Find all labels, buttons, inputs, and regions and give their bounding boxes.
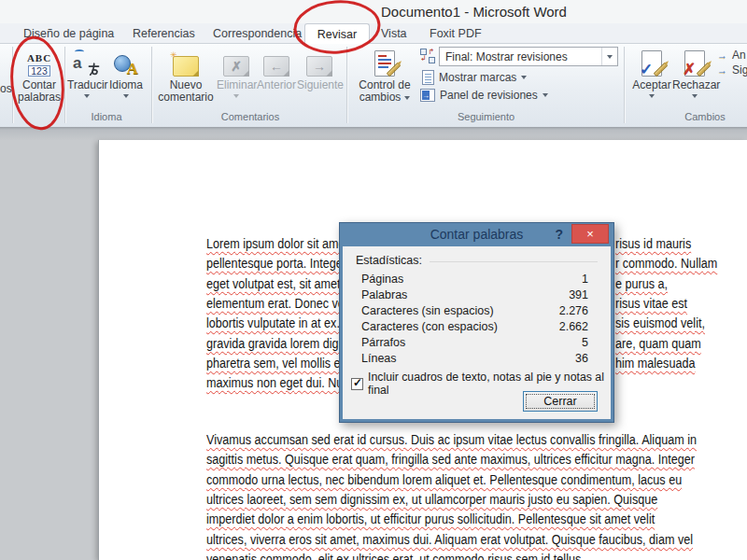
word-count-dialog: Contar palabras ? × Estadísticas: Página… (339, 222, 614, 423)
text-line: e purus a, (615, 276, 668, 291)
text-line: risus id mauris (615, 236, 691, 251)
chevron-down-icon (123, 94, 129, 98)
chevron-down-icon (404, 96, 410, 100)
chevron-down-icon (233, 94, 239, 98)
contar-palabras-button[interactable]: ABC123 Contar palabras (15, 45, 63, 125)
stat-row-parrafos: Párrafos5 (361, 336, 588, 349)
group-label-cambios: Cambios (654, 111, 747, 123)
group-label-seguimiento: Seguimiento (353, 111, 619, 123)
stats-label: Estadísticas: (356, 254, 422, 267)
accept-change-icon: ✓ (641, 50, 662, 77)
text-line: are, quam quam (615, 336, 701, 351)
cerrar-button[interactable]: Cerrar (523, 391, 598, 412)
display-for-review-icon: ↱↲ (420, 49, 435, 63)
text-line: Vivamus accumsan sed erat id cursus. Dui… (206, 432, 697, 447)
text-line: ultrices, viverra eros sit amet, maximus… (206, 532, 693, 547)
new-comment-icon: ✳ (173, 56, 199, 77)
chevron-down-icon (692, 94, 698, 98)
tab-referencias[interactable]: Referencias (133, 23, 195, 44)
text-line: imperdiet dolor a enim lobortis, ut effi… (206, 511, 655, 526)
stat-row-caracteres-sin: Caracteres (sin espacios)2.276 (361, 304, 588, 317)
display-for-review-combobox[interactable]: Final: Mostrar revisiones (439, 47, 618, 66)
text-line: commodo urna lectus, nec bibendum lorem … (206, 472, 682, 487)
panel-revisiones-label: Panel de revisiones (440, 89, 538, 102)
stats-section-header: Estadísticas: (356, 254, 598, 267)
group-divider (12, 47, 13, 123)
help-button[interactable]: ? (555, 227, 563, 242)
traducir-label: Traducir (67, 79, 106, 91)
rechazar-label: Rechazar (672, 79, 717, 91)
group-label-comentarios: Comentarios (157, 111, 344, 123)
eliminar-label: Eliminar (217, 79, 256, 91)
group-label-idioma: Idioma (65, 111, 148, 123)
previous-comment-icon: ← (263, 56, 289, 77)
next-change-icon: → (717, 64, 727, 76)
combo-value: Final: Mostrar revisiones (440, 50, 601, 63)
text-line: sis euismod velit, (615, 315, 705, 330)
previous-change-icon: → (717, 49, 727, 61)
chevron-down-icon (543, 93, 548, 97)
window-title: Documento1 - Microsoft Word (381, 4, 567, 20)
text-line: venenatis commodo, elit ex ultrices erat… (206, 552, 585, 560)
chevron-down-icon (521, 76, 527, 79)
language-globe-icon: A (114, 54, 138, 77)
clipped-sinonimos-button[interactable]: os (0, 82, 12, 95)
aceptar-label: Aceptar (631, 79, 672, 91)
delete-comment-icon: ✗ (223, 56, 249, 77)
mostrar-marcas-button[interactable]: Mostrar marcas (422, 70, 527, 85)
combo-dropdown-button[interactable] (601, 48, 617, 65)
reviewing-pane-icon: → (420, 89, 435, 102)
text-line: r commodo. Nullam (615, 256, 717, 271)
contar-palabras-label: Contar palabras (15, 79, 63, 104)
text-line: him malesuada (615, 356, 695, 371)
tab-diseno-de-pagina[interactable]: Diseño de página (23, 23, 114, 44)
nuevo-comentario-label: Nuevo comentario (157, 79, 215, 104)
titlebar: Documento1 - Microsoft Word (0, 0, 747, 23)
ribbon-tab-bar: Diseño de página Referencias Corresponde… (0, 23, 747, 44)
chevron-down-icon (607, 55, 613, 59)
siguiente-label: Siguiente (297, 79, 342, 91)
text-line: risus vitae est (615, 296, 687, 311)
pencil-icon (697, 63, 712, 77)
previous-change-button[interactable]: → An (717, 49, 746, 62)
idioma-label: Idioma (106, 79, 146, 91)
group-divider (346, 47, 347, 123)
stat-row-lineas: Líneas36 (361, 352, 588, 365)
ribbon-bottom-edge (0, 127, 747, 140)
checkbox-checked-icon[interactable]: ✓ (351, 378, 363, 390)
group-divider (624, 47, 625, 123)
panel-revisiones-button[interactable]: → Panel de revisiones (420, 89, 548, 102)
show-markup-icon (422, 70, 434, 85)
tab-vista[interactable]: Vista (381, 23, 407, 44)
text-line: ultrices laoreet, sem sem dignissim ex, … (206, 492, 657, 507)
chevron-down-icon (649, 94, 655, 98)
pencil-icon (387, 63, 402, 77)
ribbon: os ABC123 Contar palabras a Traducir A I… (0, 44, 747, 127)
next-change-button[interactable]: → Sig (717, 63, 747, 77)
pencil-icon (654, 63, 669, 77)
stat-row-palabras: Palabras391 (361, 288, 588, 301)
translate-icon: a (73, 52, 101, 77)
track-changes-icon (374, 50, 395, 77)
close-icon: × (586, 227, 594, 241)
next-change-label: Sig (732, 63, 747, 77)
anterior-label: Anterior (256, 79, 297, 91)
tab-foxit-pdf[interactable]: Foxit PDF (430, 23, 482, 44)
mostrar-marcas-label: Mostrar marcas (439, 71, 516, 84)
tracking-grid-icon-row: ↱↲ (420, 49, 435, 63)
stat-row-paginas: Páginas1 (361, 273, 588, 286)
word-count-icon: ABC123 (27, 53, 51, 77)
word-window: Documento1 - Microsoft Word Diseño de pá… (0, 0, 747, 560)
group-divider (151, 47, 152, 123)
text-line: sagittis metus. Quisque erat quam, fring… (206, 452, 695, 467)
previous-change-label: An (732, 49, 746, 62)
reject-change-icon: ✗ (684, 50, 705, 77)
tab-correspondencia[interactable]: Correspondencia (213, 23, 302, 44)
tab-revisar[interactable]: Revisar (304, 23, 370, 44)
dialog-titlebar[interactable]: Contar palabras ? × (340, 223, 613, 246)
stat-row-caracteres-con: Caracteres (con espacios)2.662 (361, 320, 588, 333)
close-button[interactable]: × (571, 224, 609, 244)
next-comment-icon: → (306, 56, 332, 77)
dialog-body: Estadísticas: Páginas1 Palabras391 Carac… (343, 246, 611, 419)
control-cambios-label-2: cambios (353, 91, 416, 104)
